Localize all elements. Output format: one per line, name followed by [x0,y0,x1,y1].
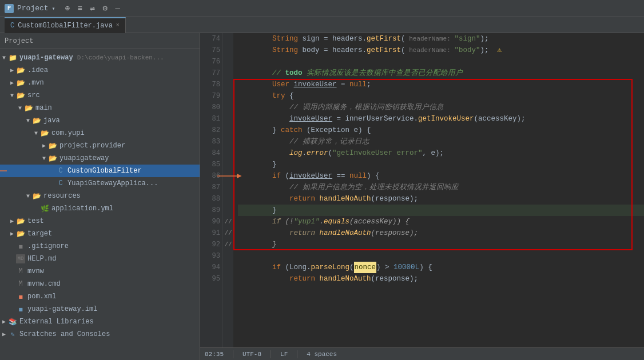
line-numbers: 74 75 76 77 78 79 80 81 82 83 84 85 86 8… [200,33,223,347]
status-separator [233,350,233,358]
tree-arrow[interactable]: ▼ [24,193,32,199]
code-line-80: // 调用内部服务，根据访问密钥获取用户信息 [238,102,644,113]
tree-item-yuapigateway[interactable]: ▼ 📂 yuapigateway [0,152,200,165]
tree-item-yuapigateway-applica[interactable]: C YuapiGatewayApplica... [0,177,200,190]
gutter-81 [223,113,233,125]
tree-item-test[interactable]: ▶ 📂 test [0,215,200,227]
swap-icon[interactable]: ⇌ [88,3,98,14]
sidebar-title: Project [5,37,33,45]
tree-item-resources[interactable]: ▼ 📂 resources [0,190,200,202]
tree-label: resources [43,192,81,200]
tree-arrow[interactable]: ▼ [40,155,48,162]
structure-icon[interactable]: ≡ [75,3,85,14]
tree-item-idea[interactable]: ▶ 📂 .idea [0,64,200,77]
tree-arrow[interactable]: ▶ [8,67,16,74]
tree-label: application.yml [51,205,113,213]
gutter-80 [223,102,233,113]
code-line-93 [238,250,644,262]
linenum-76: 76 [202,56,220,67]
gutter: // // // [223,33,233,347]
settings-icon[interactable]: ⚙ [100,3,110,14]
tree-arrow[interactable]: ▼ [24,118,32,124]
code-editor: 74 75 76 77 78 79 80 81 82 83 84 85 86 8… [200,33,644,360]
scratch-icon: ✎ [8,330,17,339]
code-line-83: // 捕获异常，记录日志 [238,136,644,147]
gutter-86 [223,170,233,182]
tree-item-application-yml[interactable]: 🌿 application.yml [0,202,200,215]
minimize-icon[interactable]: — [113,3,123,14]
tree-arrow-empty [8,269,16,275]
tree-arrow-empty [8,256,16,262]
linenum-92: 92 [202,239,220,250]
code-lines[interactable]: String sign = headers.getFirst( headerNa… [233,33,644,347]
tree-item-customglobalfilter[interactable]: C CustomGlobalFilter [0,165,200,177]
tree-item-java[interactable]: ▼ 📂 java [0,114,200,127]
tree-item-src[interactable]: ▼ 📂 src [0,89,200,102]
tree-arrow-empty [48,168,56,174]
gutter-90: // [223,216,233,227]
code-area[interactable]: 74 75 76 77 78 79 80 81 82 83 84 85 86 8… [200,33,644,347]
tree-item-pom-xml[interactable]: ◼ pom.xml [0,290,200,303]
gutter-78 [223,79,233,90]
tree-item-iml[interactable]: ◼ yuapi-gateway.iml [0,303,200,315]
tree-item-project-provider[interactable]: ▶ 📂 project.provider [0,139,200,152]
gutter-93 [223,250,233,262]
sync-icon[interactable]: ⊕ [62,3,73,14]
project-sidebar: Project ▼ 📁 yuapi-gateway D:\code\yuapi-… [0,33,200,360]
tree-item-yuapi-gateway[interactable]: ▼ 📁 yuapi-gateway D:\code\yuapi-backen..… [0,51,200,64]
tree-arrow[interactable]: ▶ [8,230,16,237]
linenum-79: 79 [202,90,220,102]
toolbar-icons: ⊕ ≡ ⇌ ⚙ — [62,3,123,14]
tree-item-mvn[interactable]: ▶ 📂 .mvn [0,77,200,89]
status-separator3 [297,350,297,358]
tree-arrow[interactable]: ▼ [16,105,24,111]
linenum-91: 91 [202,227,220,239]
title-bar: P Project ▾ ⊕ ≡ ⇌ ⚙ — [0,0,644,17]
tree-item-help-md[interactable]: MD HELP.md [0,253,200,265]
tree-arrow[interactable]: ▶ [8,79,16,86]
tree-arrow[interactable]: ▼ [32,130,40,137]
project-label[interactable]: Project [17,4,49,13]
tree-label: .mvn [27,79,44,87]
tree-label: project.provider [59,142,125,150]
tree-arrow[interactable]: ▶ [40,142,48,149]
tree-item-external-libraries[interactable]: ▶ 📚 External Libraries [0,315,200,328]
linenum-81: 81 [202,113,220,125]
tree-arrow-empty [8,306,16,313]
gutter-74 [223,33,233,45]
linenum-74: 74 [202,33,220,45]
tree-arrow[interactable]: ▼ [8,93,16,99]
tree-arrow[interactable]: ▶ [0,318,8,325]
cursor-position: 82:35 [205,351,224,358]
tab-label: CustomGlobalFilter.java [18,22,113,30]
tab-customglobalfilter[interactable]: C CustomGlobalFilter.java × [5,17,126,33]
tree-item-mvnw[interactable]: M mvnw [0,265,200,278]
tree-item-com-yupi[interactable]: ▼ 📂 com.yupi [0,127,200,139]
tree-label: .gitignore [27,242,69,250]
left-arrow-annotation [0,166,6,176]
project-icon: P [5,4,14,13]
tree-arrow-empty [8,294,16,300]
tree-item-mvnw-cmd[interactable]: M mvnw.cmd [0,278,200,290]
tree-item-target[interactable]: ▶ 📂 target [0,227,200,240]
linenum-88: 88 [202,193,220,205]
tree-label: test [27,217,44,225]
code-line-87: // 如果用户信息为空，处理未授权情况并返回响应 [238,182,644,193]
project-dropdown-arrow[interactable]: ▾ [52,5,55,12]
tree-item-main[interactable]: ▼ 📂 main [0,102,200,114]
tree-label: src [27,91,40,99]
gutter-79 [223,90,233,102]
tree-item-gitignore[interactable]: ◼ .gitignore [0,240,200,253]
tree-arrow[interactable]: ▶ [8,218,16,225]
tree-arrow[interactable]: ▼ [0,55,8,61]
tree-label: target [27,230,52,238]
resources-folder-icon: 📂 [32,191,41,201]
tree-item-scratches-consoles[interactable]: ▶ ✎ Scratches and Consoles [0,328,200,341]
iml-icon: ◼ [16,305,25,314]
tree-label: main [35,104,52,112]
code-line-94: if (Long.parseLong(nonce) > 10000L) { [238,262,644,273]
lib-icon: 📚 [8,317,17,326]
gutter-77 [223,67,233,79]
tab-close-button[interactable]: × [116,22,120,29]
tree-arrow[interactable]: ▶ [0,331,8,338]
